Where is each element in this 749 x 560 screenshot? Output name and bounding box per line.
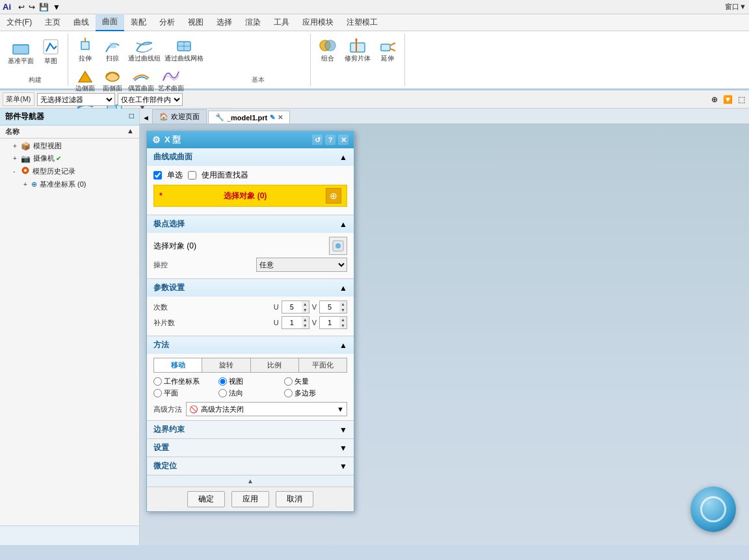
section-settings[interactable]: 设置 ▼ [147,439,354,457]
scroll-up-arrow[interactable]: ▲ [147,475,354,487]
ribbon-icon-combine[interactable]: 组合 [315,35,341,64]
section-fine-tune[interactable]: 微定位 ▼ [147,457,354,475]
filter-select-2[interactable]: 仅在工作部件内 [118,93,183,106]
apply-button[interactable]: 应用 [231,491,269,507]
tree-item-datum-csys[interactable]: + ⊕ 基准坐标系 (0) [0,178,139,191]
quick-access-undo[interactable]: ↩ [16,3,27,12]
patch-u-up[interactable]: ▲ [302,317,309,323]
cancel-button[interactable]: 取消 [276,491,313,507]
tree-item-model-history[interactable]: - 模型历史记录 [0,165,139,178]
ribbon-icon-trim-sheet[interactable]: 修剪片体 [343,35,372,64]
method-tab-scale[interactable]: 比例 [251,358,299,372]
radio-normal-input[interactable] [218,389,227,397]
tree-item-model-view[interactable]: + 📦 模型视图 [0,140,139,152]
radio-polygon[interactable]: 多边形 [284,388,347,398]
degree-v-up[interactable]: ▲ [339,301,347,307]
tree-item-camera[interactable]: + 📷 摄像机 ✔ [0,152,139,165]
dialog-refresh-btn[interactable]: ↺ [312,135,322,145]
menu-view[interactable]: 视图 [181,14,210,31]
method-tab-flatten[interactable]: 平面化 [299,358,347,372]
patch-u-spinbox[interactable]: ▲ ▼ [282,316,309,329]
menu-select[interactable]: 选择 [210,14,239,31]
pole-select-btn[interactable] [329,237,347,255]
sidebar-maximize-btn[interactable]: □ [129,111,134,122]
select-all-icon[interactable]: ⬚ [738,95,745,104]
expand-icon-model-history[interactable]: - [13,168,21,175]
menu-assembly[interactable]: 装配 [124,14,153,31]
ribbon-icon-datum-plane[interactable]: 基准平面 [7,35,35,66]
tab-left-arrow[interactable]: ◄ [140,112,152,124]
patch-v-down[interactable]: ▼ [339,323,347,328]
radio-plane[interactable]: 平面 [153,388,217,398]
degree-u-spinbox[interactable]: ▲ ▼ [282,300,309,313]
degree-v-down[interactable]: ▼ [339,307,347,313]
dialog-close-btn[interactable]: ✕ [338,135,348,145]
section-header-params[interactable]: 参数设置 ▲ [147,279,354,297]
confirm-button[interactable]: 确定 [187,491,225,507]
ribbon-icon-art-surface[interactable]: 艺术曲面 [157,65,185,94]
menu-mold[interactable]: 注塑模工 [340,14,384,31]
quick-access-more[interactable]: ▼ [51,3,62,12]
menu-shortcut-label[interactable]: 菜单(M) [3,92,34,106]
menu-tools[interactable]: 工具 [267,14,296,31]
ribbon-icon-thru-curves[interactable]: 通过曲线组 [127,35,162,64]
menu-analysis[interactable]: 分析 [153,14,181,31]
section-boundary[interactable]: 边界约束 ▼ [147,421,354,439]
radio-normal[interactable]: 法向 [218,388,282,398]
degree-u-up[interactable]: ▲ [302,301,309,307]
doc-tab-welcome[interactable]: 🏠 欢迎页面 [152,109,207,124]
degree-u-down[interactable]: ▼ [302,307,309,313]
degree-v-spinbox[interactable]: ▲ ▼ [319,300,347,313]
doc-tab-model1[interactable]: 🔧 _model1.prt ✎ ✕ [208,111,290,124]
section-header-method[interactable]: 方法 ▲ [147,336,354,354]
ribbon-icon-extrude[interactable]: 拉伸 [72,35,98,64]
menu-surface[interactable]: 曲面 [96,14,124,31]
col-sort-icon[interactable]: ▲ [127,127,134,137]
section-header-curve-surface[interactable]: 曲线或曲面 ▲ [147,148,354,166]
radio-vector[interactable]: 矢量 [284,377,347,386]
adv-method-select[interactable]: 🚫 高级方法关闭 ▼ [186,402,347,416]
ribbon-icon-extend[interactable]: 延伸 [374,35,401,64]
radio-work-csys[interactable]: 工作坐标系 [153,377,217,386]
radio-plane-input[interactable] [153,389,162,397]
patch-v-spinbox[interactable]: ▲ ▼ [319,316,347,329]
degree-u-input[interactable] [282,303,302,311]
radio-view[interactable]: 视图 [218,377,282,386]
section-header-pole[interactable]: 极点选择 ▲ [147,215,354,233]
close-tab-btn[interactable]: ✕ [278,114,283,121]
dialog-help-btn[interactable]: ? [325,135,335,145]
dialog-scroll-area[interactable]: 曲线或曲面 ▲ 单选 使用面查找器 * [147,148,354,487]
menu-render[interactable]: 渲染 [239,14,267,31]
filter-select-1[interactable]: 无选择过滤器 [37,93,115,106]
radio-polygon-input[interactable] [284,389,293,397]
expand-icon-datum-csys[interactable]: + [23,181,31,188]
quick-access-save[interactable]: 💾 [37,3,51,12]
manipulate-select[interactable]: 任意 [256,258,347,272]
ribbon-icon-face-side[interactable]: 面侧面 [99,65,125,94]
single-select-checkbox[interactable] [153,171,162,180]
degree-v-input[interactable] [320,303,339,311]
quick-access-redo[interactable]: ↪ [27,3,37,12]
use-finder-checkbox[interactable] [188,171,196,180]
ribbon-icon-sweep[interactable]: 扫掠 [99,35,125,64]
dialog-titlebar[interactable]: ⚙ X 型 ↺ ? ✕ [147,131,354,148]
patch-u-down[interactable]: ▼ [302,323,309,328]
patch-u-input[interactable] [282,319,302,327]
radio-work-csys-input[interactable] [153,377,162,386]
menu-file[interactable]: 文件(F) [0,14,38,31]
ribbon-icon-thru-mesh[interactable]: 通过曲线网格 [163,35,205,64]
menu-home[interactable]: 主页 [38,14,67,31]
expand-icon-model-view[interactable]: + [13,142,21,150]
radio-view-input[interactable] [218,377,227,386]
canvas-area[interactable]: ⚙ X 型 ↺ ? ✕ 曲线或曲面 ▲ [140,124,749,545]
patch-v-up[interactable]: ▲ [339,317,347,323]
method-tab-move[interactable]: 移动 [154,358,202,372]
ribbon-icon-offset-surface[interactable]: 偶置曲面 [127,65,155,94]
patch-v-input[interactable] [320,319,339,327]
select-object-btn[interactable]: ⊕ [326,188,341,204]
expand-icon-camera[interactable]: + [13,155,21,162]
ribbon-icon-edge-face[interactable]: 边侧面 [72,65,98,94]
ribbon-icon-sketch[interactable]: 草图 [38,35,64,66]
method-tab-rotate[interactable]: 旋转 [202,358,250,372]
menu-curve[interactable]: 曲线 [67,14,96,31]
